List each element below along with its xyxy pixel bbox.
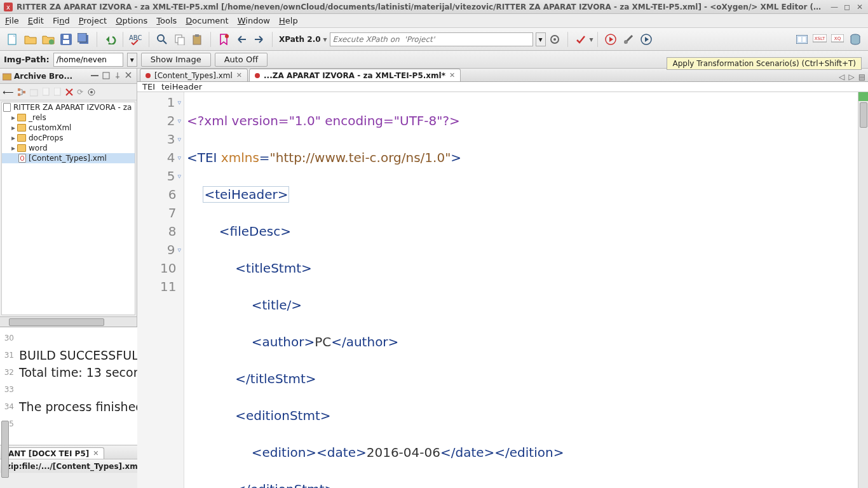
tab-close-icon[interactable]: ✕ bbox=[449, 71, 455, 79]
copy-icon[interactable] bbox=[172, 32, 187, 47]
validate-dropdown[interactable]: ▾ bbox=[590, 35, 593, 44]
validate-icon[interactable] bbox=[573, 32, 588, 47]
xpath-combo-arrow[interactable]: ▾ bbox=[536, 32, 546, 46]
new-file-icon[interactable] bbox=[5, 32, 20, 47]
app-icon: x bbox=[4, 3, 13, 11]
main-toolbar: ABC XPath 2.0 ▾ ▾ ▾ XSLT XQ bbox=[0, 28, 868, 51]
svg-rect-33 bbox=[18, 88, 20, 91]
svg-rect-8 bbox=[78, 33, 86, 42]
configure-transform-icon[interactable] bbox=[621, 32, 636, 47]
panel-minimize-icon[interactable] bbox=[91, 72, 100, 81]
archive-tree-icon[interactable] bbox=[17, 88, 26, 97]
save-all-icon[interactable] bbox=[76, 32, 92, 47]
tree-file-contenttypes[interactable]: [Content_Types].xml bbox=[2, 153, 135, 163]
code-editor[interactable]: 1▿ 2▿ 3▿ 4▿ 5▿ 6 7 8 9▿ 10 11 <?xml vers… bbox=[137, 92, 868, 488]
xpath-dropdown-icon[interactable]: ▾ bbox=[323, 35, 327, 44]
menu-project[interactable]: Project bbox=[79, 16, 107, 25]
archive-title: Archive Bro... bbox=[14, 72, 88, 81]
tree-folder-customxml[interactable]: ▸customXml bbox=[2, 123, 135, 133]
separator bbox=[97, 32, 97, 47]
svg-rect-5 bbox=[63, 40, 69, 44]
tab-close-icon[interactable]: ✕ bbox=[236, 71, 242, 79]
menubar: File Edit Find Project Options Tools Doc… bbox=[0, 14, 868, 28]
tab-list-icon[interactable]: ▤ bbox=[858, 72, 865, 81]
separator bbox=[149, 32, 149, 47]
svg-rect-36 bbox=[30, 90, 37, 96]
auto-off-button[interactable]: Auto Off bbox=[215, 53, 268, 67]
back-icon[interactable] bbox=[234, 32, 249, 47]
svg-point-16 bbox=[225, 34, 229, 38]
xpath-input[interactable] bbox=[330, 32, 533, 46]
undo-icon[interactable] bbox=[102, 32, 118, 47]
code-content[interactable]: <?xml version="1.0" encoding="UTF-8"?> <… bbox=[184, 92, 858, 488]
save-icon[interactable] bbox=[58, 32, 74, 47]
window-title: RITTER ZA APARAT IZVORA - za XML-TEI-P5.… bbox=[17, 3, 826, 11]
editor-vscrollbar[interactable] bbox=[858, 92, 868, 488]
panel-restore-icon[interactable] bbox=[102, 72, 111, 81]
console-tab-ant[interactable]: ANT [DOCX TEI P5]✕ bbox=[3, 447, 104, 459]
crumb-tei[interactable]: TEI bbox=[142, 82, 155, 92]
panel-pin-icon[interactable] bbox=[114, 72, 123, 81]
perspective-icon[interactable] bbox=[794, 32, 810, 47]
archive-browser-panel: Archive Bro... ⟵ ⟳ RITTER ZA APARAT IZVO… bbox=[0, 69, 137, 327]
tree-root[interactable]: RITTER ZA APARAT IZVORA - za bbox=[2, 102, 135, 112]
panel-close-icon[interactable] bbox=[125, 72, 134, 81]
tree-folder-rels[interactable]: ▸_rels bbox=[2, 112, 135, 123]
tab-next-icon[interactable]: ▷ bbox=[848, 72, 854, 81]
archive-hscrollbar[interactable] bbox=[0, 316, 137, 327]
crumb-teiheader[interactable]: teiHeader bbox=[161, 82, 202, 92]
archive-copy-icon[interactable] bbox=[43, 88, 50, 97]
xpath-label: XPath 2.0 bbox=[279, 35, 321, 44]
archive-paste-icon[interactable] bbox=[54, 88, 62, 97]
close-button[interactable]: ✕ bbox=[855, 3, 864, 11]
menu-options[interactable]: Options bbox=[116, 16, 147, 25]
tab-tei-p5[interactable]: ...ZA APARAT IZVORA - za XML-TEI-P5.xml*… bbox=[249, 69, 461, 81]
search-icon[interactable] bbox=[154, 32, 170, 47]
svg-rect-32 bbox=[103, 72, 109, 79]
menu-find[interactable]: Find bbox=[53, 16, 70, 25]
menu-edit[interactable]: Edit bbox=[28, 16, 44, 25]
archive-up-icon[interactable]: ⟵ bbox=[3, 88, 13, 97]
tree-folder-word[interactable]: ▸word bbox=[2, 143, 135, 153]
paste-icon[interactable] bbox=[190, 32, 205, 47]
separator bbox=[597, 32, 598, 47]
open-icon[interactable] bbox=[23, 32, 38, 47]
line-gutter: 1▿ 2▿ 3▿ 4▿ 5▿ 6 7 8 9▿ 10 11 bbox=[137, 92, 184, 488]
breadcrumb[interactable]: TEI teiHeader bbox=[137, 82, 868, 92]
archive-tree[interactable]: RITTER ZA APARAT IZVORA - za ▸_rels ▸cus… bbox=[1, 102, 135, 315]
imgpath-dropdown[interactable]: ▾ bbox=[127, 53, 137, 67]
imgpath-input[interactable] bbox=[53, 53, 123, 67]
tree-folder-docprops[interactable]: ▸docProps bbox=[2, 133, 135, 143]
separator bbox=[123, 32, 123, 47]
tab-contenttypes[interactable]: [Content_Types].xml✕ bbox=[140, 69, 248, 81]
archive-settings-icon[interactable] bbox=[87, 88, 96, 97]
menu-help[interactable]: Help bbox=[279, 16, 298, 25]
run-transform-icon[interactable] bbox=[603, 32, 618, 47]
menu-tools[interactable]: Tools bbox=[156, 16, 177, 25]
svg-point-40 bbox=[90, 91, 93, 93]
xslt-perspective-icon[interactable]: XSLT bbox=[812, 32, 827, 47]
archive-delete-icon[interactable] bbox=[65, 88, 73, 96]
xq-perspective-icon[interactable]: XQ bbox=[830, 32, 845, 47]
forward-icon[interactable] bbox=[252, 32, 267, 47]
tab-prev-icon[interactable]: ◁ bbox=[839, 72, 844, 81]
archive-new-icon[interactable] bbox=[30, 88, 39, 97]
svg-rect-15 bbox=[195, 34, 199, 37]
xpath-settings-icon[interactable] bbox=[547, 32, 562, 47]
separator bbox=[210, 32, 211, 47]
menu-file[interactable]: File bbox=[5, 16, 19, 25]
menu-window[interactable]: Window bbox=[238, 16, 270, 25]
db-perspective-icon[interactable] bbox=[848, 32, 863, 47]
debug-icon[interactable] bbox=[639, 32, 654, 47]
spellcheck-icon[interactable]: ABC bbox=[128, 32, 144, 47]
svg-rect-23 bbox=[798, 37, 801, 42]
menu-document[interactable]: Document bbox=[186, 16, 228, 25]
minimize-button[interactable]: — bbox=[830, 3, 839, 11]
tab-close-icon[interactable]: ✕ bbox=[93, 449, 98, 458]
maximize-button[interactable]: ◻ bbox=[843, 3, 851, 11]
show-image-button[interactable]: Show Image bbox=[141, 53, 211, 67]
svg-rect-24 bbox=[803, 37, 806, 42]
bookmark-icon[interactable] bbox=[216, 32, 231, 47]
open-project-icon[interactable] bbox=[41, 32, 56, 47]
archive-refresh-icon[interactable]: ⟳ bbox=[77, 88, 83, 97]
